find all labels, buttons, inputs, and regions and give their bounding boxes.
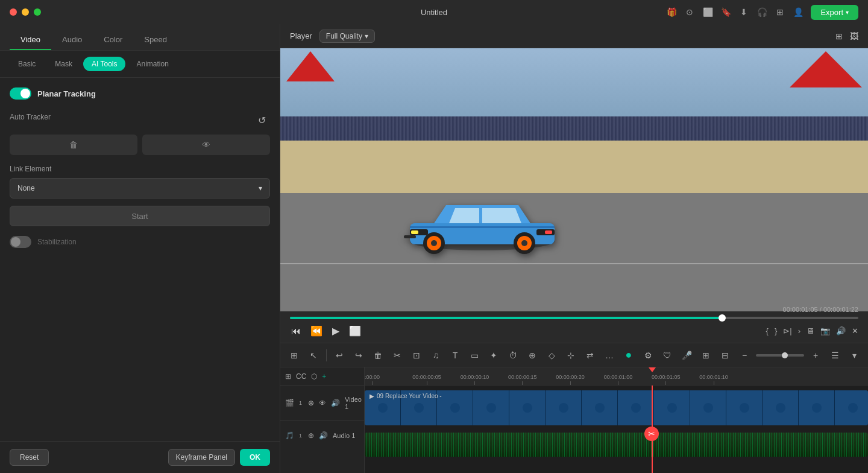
keyframe-panel-button[interactable]: Keyframe Panel	[168, 449, 235, 466]
volume-icon[interactable]: 🔊	[836, 326, 846, 335]
redo-tool[interactable]: ↪	[350, 346, 368, 364]
add-media-button[interactable]: ⊞	[285, 372, 291, 381]
pointer-tool[interactable]: ↖	[304, 346, 322, 364]
list-tool[interactable]: ☰	[826, 346, 844, 364]
circle-green-tool[interactable]: ●	[620, 346, 638, 364]
text-tool[interactable]: T	[446, 346, 464, 364]
video-thumb-9	[654, 390, 690, 425]
gear-tool[interactable]: ⚙	[639, 346, 657, 364]
tab-video[interactable]: Video	[10, 30, 51, 50]
video-thumb-12	[763, 390, 799, 425]
export-button[interactable]: Export	[811, 5, 858, 20]
subtab-aitools[interactable]: AI Tools	[83, 57, 125, 71]
audio-track[interactable]	[365, 433, 868, 457]
subtab-animation[interactable]: Animation	[128, 57, 177, 71]
add-video-button[interactable]: ⊕	[308, 399, 314, 407]
audio-track-label-row: 🎵 1 ⊕ 🔊 Audio 1	[280, 421, 364, 451]
monitor-icon[interactable]: 🖥	[807, 326, 814, 335]
ok-button[interactable]: OK	[240, 449, 270, 466]
timer-tool[interactable]: ⏱	[504, 346, 522, 364]
subtitle-button[interactable]: CC	[296, 372, 306, 381]
play-button[interactable]: ▶	[331, 324, 341, 338]
avatar-icon[interactable]: 👤	[793, 7, 804, 17]
stabilization-row: Stabilization	[10, 236, 270, 248]
subtab-basic[interactable]: Basic	[10, 57, 44, 71]
split-icon[interactable]: ⊳|	[783, 326, 791, 335]
zoom-control: − +	[735, 346, 825, 364]
circle-icon[interactable]: ⊙	[684, 7, 695, 17]
add-audio-button[interactable]: ⊕	[308, 431, 314, 440]
tab-audio[interactable]: Audio	[51, 30, 93, 50]
chevron-icon[interactable]: ›	[798, 326, 800, 335]
cut-tool[interactable]: ✂	[388, 346, 406, 364]
tab-speed[interactable]: Speed	[133, 30, 178, 50]
grid-icon[interactable]: ⊞	[775, 7, 785, 17]
layout-tool[interactable]: ⊞	[285, 346, 303, 364]
color-tool[interactable]: ◇	[542, 346, 561, 364]
planar-tracking-toggle[interactable]	[10, 87, 31, 100]
sticker-button[interactable]: ⬡	[311, 372, 317, 381]
delete-tool[interactable]: 🗑	[369, 346, 387, 364]
rewind-button[interactable]: ⏮	[290, 325, 302, 338]
reset-button[interactable]: Reset	[10, 449, 49, 466]
shield-tool[interactable]: 🛡	[658, 346, 676, 364]
crop-tool[interactable]: ⊡	[407, 346, 426, 364]
effect-tool[interactable]: ✦	[485, 346, 503, 364]
camera-icon[interactable]: 📷	[820, 326, 830, 335]
more-tool[interactable]: ▾	[845, 346, 863, 364]
refresh-tracker-button[interactable]: ↺	[253, 112, 270, 129]
link-element-select[interactable]: None ▾	[10, 178, 270, 198]
zoom-out-button[interactable]: −	[735, 346, 753, 364]
bracket-open-icon[interactable]: {	[766, 326, 769, 335]
subtab-mask[interactable]: Mask	[46, 57, 81, 71]
audio-tool[interactable]: ♫	[427, 346, 445, 364]
fit-tool[interactable]: ⊕	[523, 346, 541, 364]
progress-thumb[interactable]	[719, 314, 726, 322]
tab-color[interactable]: Color	[93, 30, 133, 50]
volume-audio-button[interactable]: 🔊	[319, 431, 328, 440]
settings-icon[interactable]: ✕	[852, 326, 858, 335]
grid-view-icon[interactable]: ⊞	[835, 31, 843, 41]
video-track[interactable]: ▶ 09 Replace Your Video -	[365, 390, 868, 425]
link-tool[interactable]: ⇄	[581, 346, 599, 364]
tracker-delete-button[interactable]: 🗑	[10, 135, 137, 155]
start-button[interactable]: Start	[10, 206, 270, 226]
crop-button[interactable]: ⬜	[348, 324, 362, 338]
main-layout: Video Audio Color Speed Basic Mask AI To…	[0, 24, 868, 473]
bracket-close-icon[interactable]: }	[775, 326, 777, 335]
undo-tool[interactable]: ↩	[330, 346, 348, 364]
bookmark-icon[interactable]: 🔖	[720, 7, 731, 17]
zoom-slider[interactable]	[756, 354, 804, 357]
quality-select[interactable]: Full Quality ▾	[319, 30, 375, 43]
ellipsis-tool[interactable]: …	[600, 346, 618, 364]
image-icon[interactable]: 🖼	[850, 31, 858, 41]
tracker-eye-button[interactable]: 👁	[142, 135, 270, 155]
volume-track-button[interactable]: 🔊	[331, 399, 340, 407]
step-back-button[interactable]: ⏪	[309, 324, 324, 338]
track-label-header: ⊞ CC ⬡ +	[280, 367, 364, 386]
close-button[interactable]	[10, 8, 17, 16]
zoom-in-button[interactable]: +	[807, 346, 825, 364]
player-controls: 00:00:01:05 / 00:00:01:22 ⏮ ⏪ ▶ ⬜ { } ⊳|…	[280, 311, 868, 343]
maximize-button[interactable]	[34, 8, 41, 16]
minimize-button[interactable]	[22, 8, 29, 16]
gift-icon[interactable]: 🎁	[666, 7, 677, 17]
headset-icon[interactable]: 🎧	[756, 7, 767, 17]
overlay-tool[interactable]: ⊞	[697, 346, 715, 364]
eye-track-button[interactable]: 👁	[319, 399, 326, 407]
video-scene	[280, 48, 868, 311]
box-tool[interactable]: ▭	[465, 346, 483, 364]
stabilization-toggle[interactable]	[10, 236, 31, 248]
adjust-tool[interactable]: ⊹	[562, 346, 580, 364]
mic-tool[interactable]: 🎤	[678, 346, 696, 364]
eye-icon: 👁	[202, 140, 210, 150]
pip-tool[interactable]: ⊟	[716, 346, 734, 364]
download-icon[interactable]: ⬇	[738, 7, 749, 17]
zoom-thumb[interactable]	[782, 352, 788, 358]
ruler-mark-7: 00:00:01:10	[699, 374, 728, 385]
timeline-ruler[interactable]: :00:00 00:00:00:05 00:00:00:10 00:00:00:…	[365, 367, 868, 386]
add-track-button[interactable]: +	[322, 372, 326, 381]
svg-rect-3	[411, 230, 418, 234]
progress-bar-container[interactable]: 00:00:01:05 / 00:00:01:22	[290, 317, 858, 319]
display-icon[interactable]: ⬜	[702, 7, 713, 17]
